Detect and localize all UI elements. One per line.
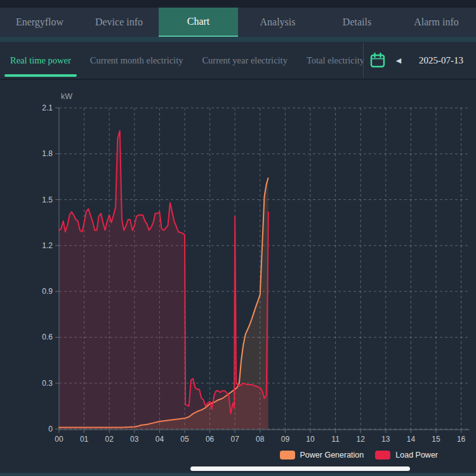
x-tick-label: 16 [457, 435, 466, 444]
horizontal-scrollbar-thumb[interactable] [190, 466, 410, 471]
y-tick-label: 1.2 [42, 241, 53, 250]
power-line-chart: 00.30.60.91.21.51.82.1000102030405060708… [0, 80, 476, 473]
nav-tabs: EnergyflowDevice infoChartAnalysisDetail… [0, 8, 476, 37]
subtab-current-year-electricity[interactable]: Current year electricity [202, 55, 287, 66]
chart-panel: 00.30.60.91.21.51.82.1000102030405060708… [0, 80, 476, 473]
subtab-list: Real time powerCurrent month electricity… [10, 42, 364, 79]
nav-tab-chart[interactable]: Chart [159, 8, 238, 37]
x-tick-label: 03 [130, 435, 139, 444]
x-tick-label: 04 [155, 435, 164, 444]
nav-tab-details[interactable]: Details [317, 8, 397, 37]
y-tick-label: 0.9 [42, 287, 53, 296]
y-tick-label: 0 [48, 425, 53, 433]
legend-label: Power Generation [300, 451, 364, 459]
x-tick-label: 09 [281, 435, 290, 444]
y-axis-unit-label: kW [61, 92, 72, 101]
nav-tab-device-info[interactable]: Device info [79, 8, 159, 37]
x-tick-label: 15 [432, 435, 440, 444]
y-tick-label: 0.6 [42, 333, 53, 341]
subtab-current-month-electricity[interactable]: Current month electricity [90, 55, 183, 66]
date-picker-calendar-button[interactable] [368, 51, 387, 70]
x-tick-label: 01 [80, 435, 89, 444]
x-tick-label: 12 [357, 435, 366, 444]
nav-tab-energyflow[interactable]: Energyflow [0, 8, 79, 37]
y-tick-label: 1.8 [42, 149, 53, 158]
series [59, 131, 268, 429]
x-tick-label: 10 [306, 435, 315, 444]
legend-item-power-generation[interactable]: Power Generation [280, 451, 364, 459]
x-tick-label: 07 [231, 435, 240, 444]
chart-subtab-bar: Real time powerCurrent month electricity… [0, 42, 476, 80]
date-text: 2025-07-13 [419, 55, 463, 66]
legend-swatch [280, 451, 295, 459]
y-tick-label: 1.5 [42, 195, 53, 204]
calendar-icon [368, 51, 387, 70]
x-tick-label: 14 [407, 435, 416, 444]
nav-tab-alarm-info[interactable]: Alarm info [397, 8, 476, 37]
x-tick-label: 06 [206, 435, 215, 444]
legend-swatch [375, 451, 390, 459]
selected-date[interactable]: 2025-07-13 [419, 42, 463, 79]
prev-date-button[interactable]: ◀ [393, 53, 404, 67]
x-tick-label: 02 [105, 435, 114, 444]
legend-label: Load Power [395, 451, 438, 459]
x-tick-label: 05 [180, 435, 189, 444]
left-triangle-icon: ◀ [396, 56, 401, 65]
divider [363, 43, 364, 77]
chart-legend: Power GenerationLoad Power [280, 451, 438, 459]
y-tick-label: 0.3 [42, 379, 53, 388]
x-tick-label: 08 [256, 435, 265, 444]
subtab-real-time-power[interactable]: Real time power [10, 55, 71, 66]
main-nav-bar: EnergyflowDevice infoChartAnalysisDetail… [0, 0, 476, 37]
subtab-total-electricity[interactable]: Total electricity [307, 55, 364, 66]
x-tick-label: 00 [55, 435, 63, 444]
x-tick-label: 11 [331, 435, 340, 444]
legend-item-load-power[interactable]: Load Power [375, 451, 438, 459]
nav-tab-analysis[interactable]: Analysis [238, 8, 317, 37]
top-strip [0, 0, 476, 8]
y-tick-label: 2.1 [42, 103, 53, 112]
x-tick-label: 13 [381, 435, 390, 444]
